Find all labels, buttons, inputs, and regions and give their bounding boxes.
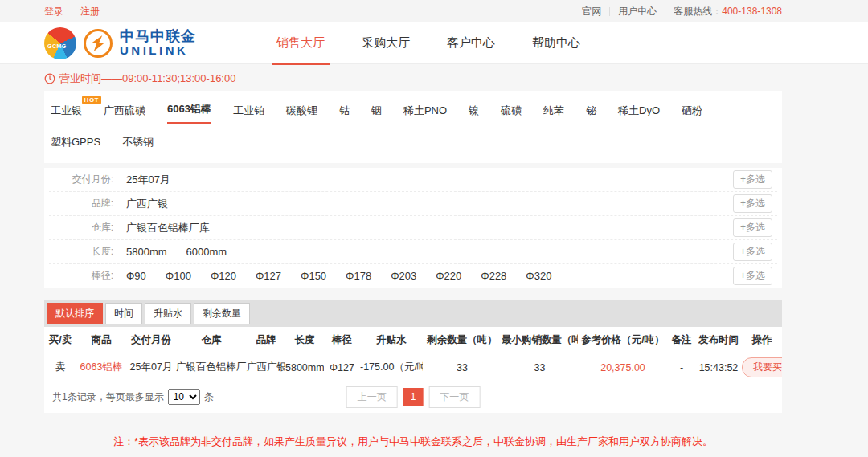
product-tab-rare-earth-dyo[interactable]: 稀土DyO (618, 104, 660, 124)
filter-option[interactable]: 6000mm (186, 246, 227, 258)
filter-option[interactable]: Φ320 (526, 270, 551, 282)
cell-remaining-qty: 33 (423, 353, 502, 382)
product-tab-indium[interactable]: 铟 (371, 104, 382, 124)
sort-tab-time[interactable]: 时间 (105, 303, 142, 324)
lightning-z-glyph (88, 34, 108, 53)
official-site-link[interactable]: 官网 (582, 5, 601, 18)
product-tab-6063-aluminum-active[interactable]: 6063铝棒 (167, 102, 211, 124)
col-diameter: 棒径 (324, 327, 360, 353)
cell-ref-price: 20,375.00 (578, 353, 668, 382)
business-hours-notice: 营业时间——09:00-11:30;13:00-16:00 (44, 64, 782, 91)
top-utility-bar: 登录 注册 官网 用户中心 客服热线： 400-138-1308 (0, 0, 868, 22)
product-tab-industrial-silver[interactable]: 工业银 HOT (51, 104, 82, 124)
cell-premium: -175.00（元/吨） (360, 353, 423, 382)
cell-product-link[interactable]: 6063铝棒 (76, 353, 126, 382)
register-link[interactable]: 注册 (80, 5, 100, 18)
filter-option[interactable]: Φ150 (301, 270, 326, 282)
sort-tab-premium[interactable]: 升贴水 (145, 303, 191, 324)
current-page-indicator[interactable]: 1 (403, 388, 424, 406)
multi-select-button[interactable]: +多选 (733, 243, 772, 261)
multi-select-button[interactable]: +多选 (733, 170, 772, 189)
product-tab-nickel[interactable]: 镍 (469, 104, 479, 124)
cell-action: 我要买 (742, 353, 782, 382)
disclaimer-note: 注：*表示该品牌为非交付品牌，如果产生质量异议，用户与中马中联金联系之后，中联金… (44, 435, 782, 449)
filter-label: 品牌: (49, 197, 113, 210)
filter-option[interactable]: 5800mm (126, 246, 167, 258)
sort-tab-default[interactable]: 默认排序 (47, 303, 103, 324)
cell-min-qty: 33 (502, 353, 578, 382)
filter-row-length: 长度: 5800mm 6000mm +多选 (49, 240, 777, 264)
buy-button[interactable]: 我要买 (742, 357, 782, 377)
main-nav: 销售大厅 采购大厅 客户中心 帮助中心 (275, 31, 582, 55)
filter-option[interactable]: Φ100 (166, 270, 191, 282)
table-row: 卖 6063铝棒 25年07月 广银百色铝棒厂库 广西广银 5800mm Φ12… (44, 353, 782, 382)
col-brand: 品牌 (247, 327, 285, 353)
col-warehouse: 仓库 (176, 327, 247, 353)
filter-option[interactable]: 广西广银 (126, 197, 168, 211)
col-remark: 备注 (668, 327, 695, 353)
filter-option[interactable]: Φ120 (211, 270, 236, 282)
filter-option[interactable]: Φ203 (391, 270, 416, 282)
brand-logo[interactable]: GCMG 中马中联金 UNILINK (44, 27, 196, 59)
gcmg-label: GCMG (47, 43, 67, 49)
product-tab-industrial-platinum[interactable]: 工业铂 (233, 104, 264, 124)
sort-bar: 默认排序 时间 升贴水 剩余数量 (44, 300, 782, 327)
product-tab-plastic-gpps[interactable]: 塑料GPPS (51, 135, 100, 155)
filter-option[interactable]: Φ228 (481, 270, 506, 282)
filter-option[interactable]: 25年07月 (126, 173, 170, 187)
product-tab-benzene[interactable]: 纯苯 (543, 104, 564, 124)
filter-row-brand: 品牌: 广西广银 +多选 (49, 192, 777, 216)
cell-remark: - (668, 353, 695, 382)
table-header-row: 买/卖 商品 交付月份 仓库 品牌 长度 棒径 升贴水 剩余数量（吨） 最小购销… (44, 327, 782, 353)
per-page-select[interactable]: 10 (168, 389, 200, 405)
product-tab-bismuth[interactable]: 铋 (586, 104, 596, 124)
nav-purchase-hall[interactable]: 采购大厅 (360, 31, 411, 55)
clock-icon (44, 73, 55, 84)
multi-select-button[interactable]: +多选 (733, 267, 772, 285)
unilink-z-icon (84, 29, 113, 58)
login-link[interactable]: 登录 (44, 5, 63, 18)
col-buy-sell: 买/卖 (44, 327, 76, 353)
nav-customer-center[interactable]: 客户中心 (445, 31, 497, 55)
record-summary-suffix: 条 (204, 390, 214, 404)
brand-name-cn: 中马中联金 (120, 29, 196, 44)
col-ref-price: 参考价格（元/吨） (578, 327, 668, 353)
user-center-link[interactable]: 用户中心 (618, 5, 657, 18)
cell-brand: 广西广银 (247, 353, 285, 382)
pagination-bar: 共1条记录，每页最多显示 10 条 上一页 1 下一页 (44, 382, 782, 413)
record-summary-prefix: 共1条记录，每页最多显示 (52, 390, 164, 404)
multi-select-button[interactable]: +多选 (733, 218, 772, 237)
filter-option[interactable]: Φ220 (436, 270, 461, 282)
product-tab-row-1: 工业银 HOT 广西硫磺 6063铝棒 工业铂 碳酸锂 钴 铟 稀土PNO 镍 … (51, 97, 776, 130)
col-length: 长度 (285, 327, 324, 353)
next-page-button[interactable]: 下一页 (428, 386, 480, 408)
filter-option[interactable]: 广银百色铝棒厂库 (126, 221, 210, 235)
product-tab-lithium-carbonate[interactable]: 碳酸锂 (286, 104, 317, 124)
filter-option[interactable]: Φ178 (346, 270, 371, 282)
filter-option[interactable]: Φ127 (256, 270, 281, 282)
hotline-label: 客服热线： (674, 5, 722, 18)
prev-page-button[interactable]: 上一页 (346, 386, 398, 408)
cell-diameter: Φ127 (324, 353, 360, 382)
cell-publish-time: 15:43:52 (695, 353, 742, 382)
listings-table-card: 买/卖 商品 交付月份 仓库 品牌 长度 棒径 升贴水 剩余数量（吨） 最小购销… (44, 327, 782, 413)
sort-tab-remaining-qty[interactable]: 剩余数量 (194, 303, 250, 324)
listings-table: 买/卖 商品 交付月份 仓库 品牌 长度 棒径 升贴水 剩余数量（吨） 最小购销… (44, 327, 782, 382)
product-tab-selenium-powder[interactable]: 硒粉 (682, 104, 702, 124)
multi-select-button[interactable]: +多选 (733, 194, 772, 213)
filter-option[interactable]: Φ90 (126, 270, 146, 282)
divider (72, 7, 72, 16)
product-tab-sulfur[interactable]: 硫磺 (501, 104, 522, 124)
product-tab-cobalt[interactable]: 钴 (339, 104, 350, 124)
product-tab-stainless-steel[interactable]: 不锈钢 (122, 135, 154, 155)
product-tab-guangxi-sulfur[interactable]: 广西硫磺 (104, 104, 145, 124)
brand-text: 中马中联金 UNILINK (120, 29, 196, 57)
product-tab-rare-earth-pno[interactable]: 稀土PNO (403, 104, 447, 124)
nav-help-center[interactable]: 帮助中心 (530, 31, 582, 55)
brand-name-en: UNILINK (120, 44, 196, 57)
col-remaining-qty: 剩余数量（吨） (423, 327, 502, 353)
nav-sales-hall[interactable]: 销售大厅 (275, 31, 326, 55)
col-product: 商品 (76, 327, 126, 353)
record-summary: 共1条记录，每页最多显示 10 条 (52, 389, 214, 405)
filter-row-diameter: 棒径: Φ90 Φ100 Φ120 Φ127 Φ150 Φ178 Φ203 Φ2… (49, 264, 777, 288)
